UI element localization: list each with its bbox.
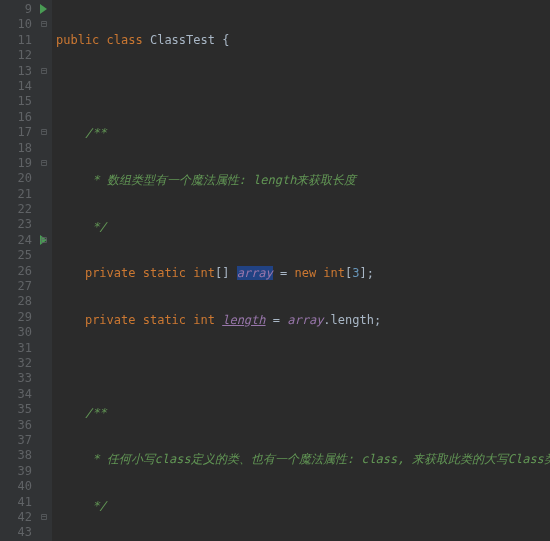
line-number: 39 [2, 464, 32, 479]
line-number: 30 [2, 325, 32, 340]
line-number: 32 [2, 356, 32, 371]
line-number: 35 [2, 402, 32, 417]
line-number: 24 [2, 233, 32, 248]
line-number: 25 [2, 248, 32, 263]
line-number: 18 [2, 141, 32, 156]
fold-icon[interactable]: ⊟ [41, 64, 47, 77]
line-number: 34 [2, 387, 32, 402]
line-number-gutter: 9101112131415161718192021222324252627282… [0, 0, 38, 541]
line-number: 14 [2, 79, 32, 94]
fold-icon[interactable]: ⊟ [41, 233, 47, 246]
line-number: 11 [2, 33, 32, 48]
line-number: 22 [2, 202, 32, 217]
fold-icon[interactable]: ⊟ [41, 510, 47, 523]
line-number: 19 [2, 156, 32, 171]
code-area[interactable]: public class ClassTest { /** * 数组类型有一个魔法… [52, 0, 550, 541]
line-number: 9 [2, 2, 32, 17]
line-number: 29 [2, 310, 32, 325]
line-number: 42 [2, 510, 32, 525]
line-number: 37 [2, 433, 32, 448]
line-number: 36 [2, 418, 32, 433]
fold-icon[interactable]: ⊟ [41, 17, 47, 30]
line-number: 26 [2, 264, 32, 279]
fold-icon[interactable]: ⊟ [41, 156, 47, 169]
line-number: 41 [2, 495, 32, 510]
selected-identifier: array [237, 266, 273, 280]
line-number: 20 [2, 171, 32, 186]
gutter-marks: ⊟⊟⊟⊟⊟⊟ [38, 0, 52, 541]
line-number: 10 [2, 17, 32, 32]
line-number: 43 [2, 525, 32, 540]
line-number: 27 [2, 279, 32, 294]
line-number: 17 [2, 125, 32, 140]
code-editor: 9101112131415161718192021222324252627282… [0, 0, 550, 541]
line-number: 13 [2, 64, 32, 79]
line-number: 23 [2, 217, 32, 232]
line-number: 21 [2, 187, 32, 202]
run-gutter-icon[interactable] [40, 4, 47, 14]
line-number: 33 [2, 371, 32, 386]
line-number: 15 [2, 94, 32, 109]
line-number: 31 [2, 341, 32, 356]
code-line: public class ClassTest { [56, 33, 550, 48]
fold-icon[interactable]: ⊟ [41, 125, 47, 138]
line-number: 16 [2, 110, 32, 125]
line-number: 38 [2, 448, 32, 463]
line-number: 12 [2, 48, 32, 63]
line-number: 28 [2, 294, 32, 309]
line-number: 40 [2, 479, 32, 494]
